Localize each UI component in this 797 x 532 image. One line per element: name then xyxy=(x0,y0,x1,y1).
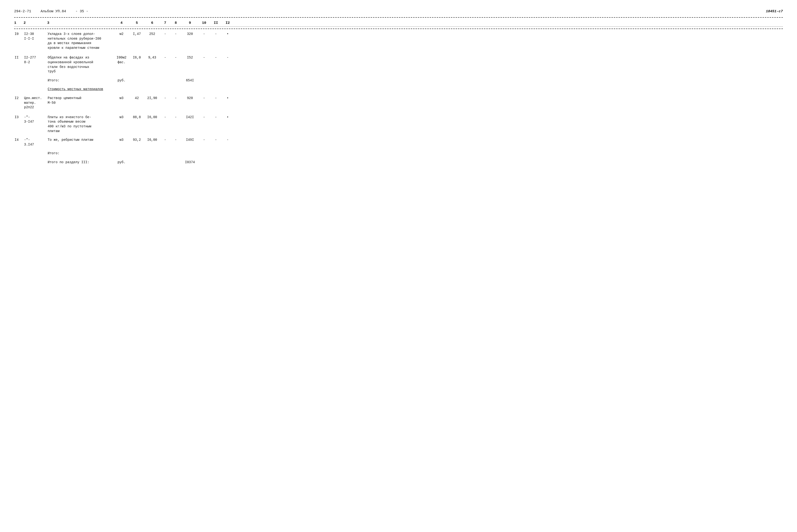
row-col9: I52 xyxy=(182,55,198,60)
row-col6: 2I,90 xyxy=(144,96,161,101)
row-col12 xyxy=(222,78,234,78)
row-id xyxy=(14,160,24,160)
row-desc: Итого: xyxy=(47,151,113,156)
row-col10 xyxy=(198,160,210,160)
row-col11 xyxy=(210,160,222,160)
row-id xyxy=(14,151,24,151)
page-number: - 35 - xyxy=(75,10,88,14)
row-col11 xyxy=(210,87,222,87)
row-code: I2-2778-2 xyxy=(24,55,47,65)
row-col10 xyxy=(198,87,210,87)
row-col8: - xyxy=(170,137,182,142)
row-code: -"-3.I47 xyxy=(24,137,47,147)
row-code: I2-38I-I-I xyxy=(24,32,47,41)
row-col11: - xyxy=(210,32,222,37)
row-col6 xyxy=(144,78,161,78)
row-col7: - xyxy=(161,96,170,101)
row-col12 xyxy=(222,151,234,151)
row-col9: 920 xyxy=(182,96,198,101)
row-col9: I49I xyxy=(182,137,198,142)
row-id xyxy=(14,87,24,87)
col-header-1: 1 xyxy=(14,21,24,25)
section-label: Стоимость местных материалов xyxy=(47,87,113,92)
table-row: I3 -"-3-I47 Плиты из ячеистого бе-тона о… xyxy=(14,114,783,134)
row-col7: - xyxy=(161,32,170,37)
col-header-12: I2 xyxy=(222,21,234,25)
row-col8 xyxy=(170,160,182,160)
row-unit xyxy=(113,151,130,151)
row-id xyxy=(14,78,24,78)
section-header-row: Стоимость местных материалов xyxy=(14,86,783,93)
row-desc: То же, ребристым плитам xyxy=(47,137,113,142)
header-divider xyxy=(14,28,783,29)
row-col8: - xyxy=(170,32,182,37)
row-col11: - xyxy=(210,137,222,142)
header-left: 294-2-71 Альбом УП.84 - 35 - xyxy=(14,10,88,14)
row-unit: м3 xyxy=(113,115,130,120)
row-code xyxy=(24,87,47,87)
row-id: I3 xyxy=(14,115,24,120)
row-code xyxy=(24,160,47,160)
table-row: Итого по разделу III: руб. I0374 xyxy=(14,159,783,166)
row-col5 xyxy=(130,78,144,78)
row-col7: - xyxy=(161,115,170,120)
row-col7 xyxy=(161,160,170,160)
row-unit: руб. xyxy=(113,160,130,165)
row-col8 xyxy=(170,151,182,151)
row-col5: 93,2 xyxy=(130,137,144,142)
row-col7: - xyxy=(161,55,170,60)
row-code xyxy=(24,151,47,151)
row-col12: • xyxy=(222,32,234,37)
col-header-9: 9 xyxy=(182,21,198,25)
row-desc: Укладка 3-х слоев допол-нительных слоев … xyxy=(47,32,113,51)
row-unit: I00м2фас. xyxy=(113,55,130,65)
row-col11 xyxy=(210,151,222,151)
row-unit: м3 xyxy=(113,137,130,142)
row-col8: - xyxy=(170,96,182,101)
row-desc: Итого по разделу III: xyxy=(47,160,113,165)
row-code: Цен.мест.матер.р2п22 xyxy=(24,96,47,110)
row-col8 xyxy=(170,78,182,78)
row-col7 xyxy=(161,78,170,78)
row-col5 xyxy=(130,151,144,151)
row-unit: м3 xyxy=(113,96,130,101)
row-col6: 9,43 xyxy=(144,55,161,60)
row-col8 xyxy=(170,87,182,87)
row-col5 xyxy=(130,160,144,160)
row-col9 xyxy=(182,87,198,87)
row-unit: м2 xyxy=(113,32,130,37)
row-col7 xyxy=(161,151,170,151)
row-desc: Раствор цементныйМ-50 xyxy=(47,96,113,106)
col-header-2: 2 xyxy=(24,21,47,25)
row-col7: - xyxy=(161,137,170,142)
row-id: II xyxy=(14,55,24,60)
top-divider xyxy=(14,17,783,18)
ref-number: 18451-с7 xyxy=(766,10,783,14)
row-col12: • xyxy=(222,96,234,101)
col-header-10: 10 xyxy=(198,21,210,25)
row-col12: - xyxy=(222,55,234,60)
row-col9 xyxy=(182,151,198,151)
column-headers: 1 2 3 4 5 6 7 8 9 10 II I2 xyxy=(14,20,783,27)
row-col10 xyxy=(198,151,210,151)
row-col9: I42I xyxy=(182,115,198,120)
table-row: Итого: xyxy=(14,150,783,157)
row-col8: - xyxy=(170,115,182,120)
row-col9: 654I xyxy=(182,78,198,83)
row-col8: - xyxy=(170,55,182,60)
row-col6: I6,00 xyxy=(144,115,161,120)
row-col5: I6,0 xyxy=(130,55,144,60)
row-col6: 252 xyxy=(144,32,161,37)
col-header-3: 3 xyxy=(47,21,113,25)
doc-number: 294-2-71 xyxy=(14,10,31,14)
row-col12: - xyxy=(222,137,234,142)
row-col11: - xyxy=(210,96,222,101)
row-col10: - xyxy=(198,55,210,60)
row-unit xyxy=(113,87,130,87)
row-col9: I0374 xyxy=(182,160,198,165)
col-header-6: 6 xyxy=(144,21,161,25)
row-unit: руб. xyxy=(113,78,130,83)
row-col5: 88,8 xyxy=(130,115,144,120)
col-header-11: II xyxy=(210,21,222,25)
row-col11 xyxy=(210,78,222,78)
